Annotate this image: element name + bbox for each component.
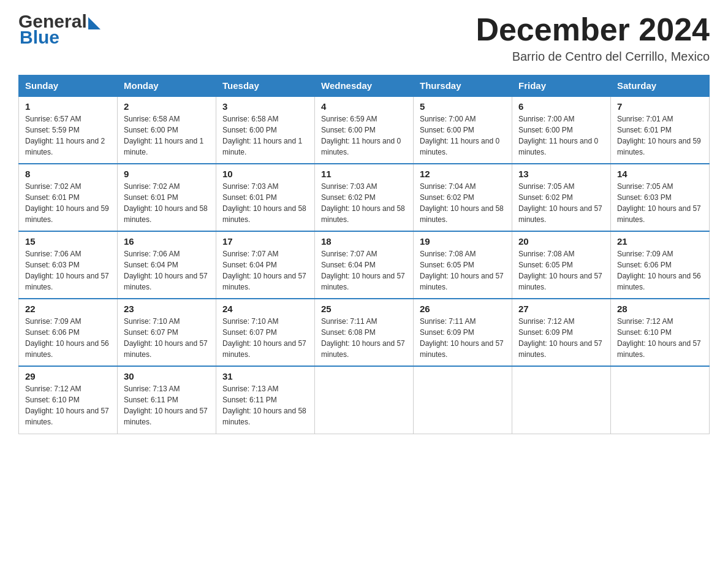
day-info: Sunrise: 6:57 AMSunset: 5:59 PMDaylight:… (25, 115, 105, 156)
day-info: Sunrise: 6:59 AMSunset: 6:00 PMDaylight:… (321, 115, 401, 156)
calendar-cell: 20 Sunrise: 7:08 AMSunset: 6:05 PMDaylig… (512, 231, 611, 299)
day-number: 11 (321, 169, 407, 179)
day-info: Sunrise: 7:11 AMSunset: 6:09 PMDaylight:… (420, 317, 504, 359)
calendar-cell: 6 Sunrise: 7:00 AMSunset: 6:00 PMDayligh… (512, 96, 611, 164)
calendar-subtitle: Barrio de Centro del Cerrillo, Mexico (476, 50, 710, 64)
calendar-cell: 4 Sunrise: 6:59 AMSunset: 6:00 PMDayligh… (315, 96, 414, 164)
calendar-cell: 16 Sunrise: 7:06 AMSunset: 6:04 PMDaylig… (118, 231, 216, 299)
day-number: 5 (420, 101, 506, 112)
day-info: Sunrise: 7:09 AMSunset: 6:06 PMDaylight:… (617, 250, 701, 291)
calendar-cell: 19 Sunrise: 7:08 AMSunset: 6:05 PMDaylig… (414, 231, 512, 299)
logo-triangle-icon (88, 17, 100, 29)
day-number: 23 (124, 304, 210, 314)
col-header-wednesday: Wednesday (315, 75, 414, 97)
calendar-cell (315, 366, 414, 434)
calendar-cell (611, 366, 710, 434)
day-info: Sunrise: 7:13 AMSunset: 6:11 PMDaylight:… (222, 385, 306, 426)
day-info: Sunrise: 7:01 AMSunset: 6:01 PMDaylight:… (617, 115, 701, 156)
day-info: Sunrise: 7:06 AMSunset: 6:03 PMDaylight:… (25, 250, 109, 291)
day-info: Sunrise: 7:12 AMSunset: 6:10 PMDaylight:… (25, 385, 109, 426)
col-header-friday: Friday (512, 75, 611, 97)
day-info: Sunrise: 7:07 AMSunset: 6:04 PMDaylight:… (321, 250, 405, 291)
day-info: Sunrise: 7:08 AMSunset: 6:05 PMDaylight:… (420, 250, 504, 291)
day-info: Sunrise: 7:08 AMSunset: 6:05 PMDaylight:… (518, 250, 602, 291)
day-info: Sunrise: 7:06 AMSunset: 6:04 PMDaylight:… (124, 250, 208, 291)
day-number: 6 (518, 101, 604, 112)
calendar-cell: 2 Sunrise: 6:58 AMSunset: 6:00 PMDayligh… (118, 96, 216, 164)
day-info: Sunrise: 7:09 AMSunset: 6:06 PMDaylight:… (25, 317, 109, 359)
calendar-cell: 31 Sunrise: 7:13 AMSunset: 6:11 PMDaylig… (216, 366, 315, 434)
calendar-cell: 17 Sunrise: 7:07 AMSunset: 6:04 PMDaylig… (216, 231, 315, 299)
day-number: 24 (222, 304, 308, 314)
calendar-cell: 3 Sunrise: 6:58 AMSunset: 6:00 PMDayligh… (216, 96, 315, 164)
calendar-cell: 28 Sunrise: 7:12 AMSunset: 6:10 PMDaylig… (611, 299, 710, 366)
day-number: 21 (617, 236, 703, 247)
day-info: Sunrise: 7:02 AMSunset: 6:01 PMDaylight:… (124, 182, 208, 224)
day-info: Sunrise: 7:05 AMSunset: 6:03 PMDaylight:… (617, 182, 701, 224)
day-number: 22 (25, 304, 111, 314)
calendar-cell: 30 Sunrise: 7:13 AMSunset: 6:11 PMDaylig… (118, 366, 216, 434)
day-info: Sunrise: 6:58 AMSunset: 6:00 PMDaylight:… (124, 115, 203, 156)
calendar-week-4: 22 Sunrise: 7:09 AMSunset: 6:06 PMDaylig… (19, 299, 710, 366)
day-number: 3 (222, 101, 308, 112)
day-number: 28 (617, 304, 703, 314)
day-number: 20 (518, 236, 604, 247)
calendar-week-2: 8 Sunrise: 7:02 AMSunset: 6:01 PMDayligh… (19, 164, 710, 231)
day-number: 30 (124, 371, 210, 381)
day-info: Sunrise: 7:04 AMSunset: 6:02 PMDaylight:… (420, 182, 504, 224)
day-number: 15 (25, 236, 111, 247)
calendar-week-5: 29 Sunrise: 7:12 AMSunset: 6:10 PMDaylig… (19, 366, 710, 434)
day-info: Sunrise: 6:58 AMSunset: 6:00 PMDaylight:… (222, 115, 302, 156)
day-number: 12 (420, 169, 506, 179)
day-number: 7 (617, 101, 703, 112)
calendar-cell: 23 Sunrise: 7:10 AMSunset: 6:07 PMDaylig… (118, 299, 216, 366)
day-info: Sunrise: 7:13 AMSunset: 6:11 PMDaylight:… (124, 385, 208, 426)
day-info: Sunrise: 7:00 AMSunset: 6:00 PMDaylight:… (420, 115, 499, 156)
calendar-cell: 15 Sunrise: 7:06 AMSunset: 6:03 PMDaylig… (19, 231, 118, 299)
calendar-week-1: 1 Sunrise: 6:57 AMSunset: 5:59 PMDayligh… (19, 96, 710, 164)
day-info: Sunrise: 7:11 AMSunset: 6:08 PMDaylight:… (321, 317, 405, 359)
calendar-cell: 1 Sunrise: 6:57 AMSunset: 5:59 PMDayligh… (19, 96, 118, 164)
calendar-title: December 2024 (476, 12, 710, 47)
day-number: 17 (222, 236, 308, 247)
day-number: 4 (321, 101, 407, 112)
day-info: Sunrise: 7:07 AMSunset: 6:04 PMDaylight:… (222, 250, 306, 291)
calendar-cell: 7 Sunrise: 7:01 AMSunset: 6:01 PMDayligh… (611, 96, 710, 164)
logo: General Blue (18, 12, 100, 48)
day-info: Sunrise: 7:03 AMSunset: 6:01 PMDaylight:… (222, 182, 306, 224)
calendar-cell: 5 Sunrise: 7:00 AMSunset: 6:00 PMDayligh… (414, 96, 512, 164)
calendar-cell: 9 Sunrise: 7:02 AMSunset: 6:01 PMDayligh… (118, 164, 216, 231)
day-number: 25 (321, 304, 407, 314)
day-number: 18 (321, 236, 407, 247)
col-header-monday: Monday (118, 75, 216, 97)
calendar-cell: 10 Sunrise: 7:03 AMSunset: 6:01 PMDaylig… (216, 164, 315, 231)
calendar-cell: 13 Sunrise: 7:05 AMSunset: 6:02 PMDaylig… (512, 164, 611, 231)
day-number: 10 (222, 169, 308, 179)
calendar-week-3: 15 Sunrise: 7:06 AMSunset: 6:03 PMDaylig… (19, 231, 710, 299)
day-number: 8 (25, 169, 111, 179)
logo-blue-text: Blue (20, 27, 59, 48)
calendar-cell: 22 Sunrise: 7:09 AMSunset: 6:06 PMDaylig… (19, 299, 118, 366)
day-info: Sunrise: 7:02 AMSunset: 6:01 PMDaylight:… (25, 182, 109, 224)
calendar-cell: 12 Sunrise: 7:04 AMSunset: 6:02 PMDaylig… (414, 164, 512, 231)
col-header-thursday: Thursday (414, 75, 512, 97)
day-number: 19 (420, 236, 506, 247)
calendar-cell: 25 Sunrise: 7:11 AMSunset: 6:08 PMDaylig… (315, 299, 414, 366)
day-info: Sunrise: 7:00 AMSunset: 6:00 PMDaylight:… (518, 115, 598, 156)
calendar-cell: 21 Sunrise: 7:09 AMSunset: 6:06 PMDaylig… (611, 231, 710, 299)
col-header-tuesday: Tuesday (216, 75, 315, 97)
day-number: 31 (222, 371, 308, 381)
day-info: Sunrise: 7:12 AMSunset: 6:09 PMDaylight:… (518, 317, 602, 359)
calendar-cell: 26 Sunrise: 7:11 AMSunset: 6:09 PMDaylig… (414, 299, 512, 366)
col-header-sunday: Sunday (19, 75, 118, 97)
day-info: Sunrise: 7:10 AMSunset: 6:07 PMDaylight:… (222, 317, 306, 359)
calendar-cell (414, 366, 512, 434)
day-number: 29 (25, 371, 111, 381)
day-number: 13 (518, 169, 604, 179)
calendar-cell: 29 Sunrise: 7:12 AMSunset: 6:10 PMDaylig… (19, 366, 118, 434)
day-info: Sunrise: 7:12 AMSunset: 6:10 PMDaylight:… (617, 317, 701, 359)
calendar-header-row: SundayMondayTuesdayWednesdayThursdayFrid… (19, 75, 710, 97)
day-number: 27 (518, 304, 604, 314)
col-header-saturday: Saturday (611, 75, 710, 97)
day-info: Sunrise: 7:03 AMSunset: 6:02 PMDaylight:… (321, 182, 405, 224)
